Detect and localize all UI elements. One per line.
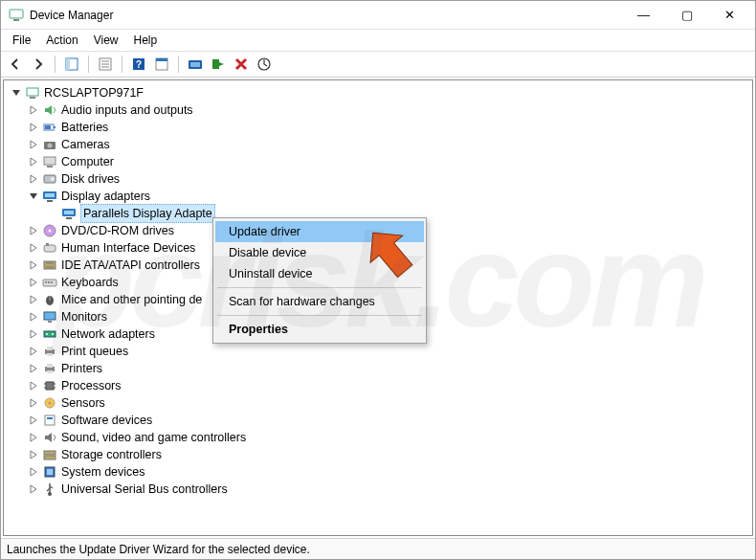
tree-item-label: Network adapters <box>61 325 155 343</box>
svg-rect-67 <box>44 456 56 459</box>
expand-icon[interactable] <box>27 362 40 375</box>
expand-icon[interactable] <box>27 103 40 117</box>
svg-text:?: ? <box>136 59 142 70</box>
expand-icon[interactable] <box>27 482 40 496</box>
computer-icon <box>42 154 57 169</box>
tree-item[interactable]: Computer <box>8 153 748 170</box>
tree-item-label: Sound, video and game controllers <box>61 429 246 446</box>
tree-item-label: Computer <box>61 153 114 170</box>
tree-item-label: Cameras <box>61 136 110 153</box>
tree-item-label: RCSLAPTOP971F <box>44 84 144 101</box>
context-menu-item[interactable]: Scan for hardware changes <box>215 291 424 312</box>
update-driver-button[interactable] <box>185 54 206 75</box>
show-hide-tree-button[interactable] <box>61 54 82 75</box>
expand-icon[interactable] <box>27 155 40 168</box>
expand-icon[interactable] <box>27 396 40 410</box>
tree-item[interactable]: Cameras <box>8 136 748 153</box>
help-button[interactable]: ? <box>128 54 149 75</box>
tree-item[interactable]: System devices <box>8 463 748 481</box>
context-menu-item[interactable]: Properties <box>215 319 424 340</box>
toolbar-separator <box>55 56 56 73</box>
statusbar: Launches the Update Driver Wizard for th… <box>1 538 755 559</box>
tree-item[interactable]: Print queues <box>8 343 748 360</box>
menu-action[interactable]: Action <box>38 32 85 49</box>
back-button[interactable] <box>5 54 26 75</box>
camera-icon <box>42 137 57 152</box>
svg-rect-47 <box>48 321 52 323</box>
storage-icon <box>42 447 57 462</box>
expand-icon[interactable] <box>27 448 40 461</box>
tree-item[interactable]: Storage controllers <box>8 446 748 463</box>
collapse-icon[interactable] <box>10 86 23 100</box>
expand-icon[interactable] <box>27 414 40 427</box>
audio-icon <box>42 102 57 118</box>
expand-icon[interactable] <box>27 224 40 237</box>
menu-help[interactable]: Help <box>126 32 166 49</box>
tree-item[interactable]: Disk drives <box>8 170 748 188</box>
svg-point-26 <box>51 177 55 181</box>
tree-item-label: DVD/CD-ROM drives <box>61 222 174 239</box>
status-text: Launches the Update Driver Wizard for th… <box>7 543 310 556</box>
context-menu-item[interactable]: Uninstall device <box>215 263 424 284</box>
tree-item-label: Universal Serial Bus controllers <box>61 481 228 498</box>
svg-rect-3 <box>66 58 70 70</box>
tree-item[interactable]: Universal Serial Bus controllers <box>8 481 748 498</box>
svg-rect-57 <box>46 382 54 390</box>
svg-rect-16 <box>27 88 38 96</box>
display-icon <box>42 189 57 204</box>
context-menu-item[interactable]: Disable device <box>215 242 424 263</box>
svg-rect-13 <box>190 62 200 67</box>
tree-item[interactable]: Display adapters <box>8 188 748 205</box>
expand-icon[interactable] <box>27 276 40 289</box>
tree-item[interactable]: Audio inputs and outputs <box>8 101 748 119</box>
collapse-icon[interactable] <box>27 190 40 203</box>
menu-file[interactable]: File <box>5 32 38 49</box>
menu-view[interactable]: View <box>86 32 126 49</box>
tree-item[interactable]: RCSLAPTOP971F <box>8 84 748 101</box>
svg-rect-65 <box>47 417 53 419</box>
svg-rect-66 <box>44 451 56 455</box>
expand-icon[interactable] <box>27 345 40 358</box>
tree-item[interactable]: Batteries <box>8 119 748 136</box>
tree-item[interactable]: Sensors <box>8 394 748 412</box>
tree-item[interactable]: Printers <box>8 360 748 377</box>
svg-rect-64 <box>45 415 55 425</box>
svg-rect-29 <box>47 200 53 202</box>
tree-item-label: Display adapters <box>61 188 150 205</box>
expand-icon[interactable] <box>27 379 40 392</box>
sensor-icon <box>42 395 57 411</box>
expand-icon[interactable] <box>27 258 40 272</box>
expand-icon[interactable] <box>27 310 40 324</box>
close-button[interactable]: ✕ <box>708 2 751 29</box>
minimize-button[interactable]: — <box>622 2 665 29</box>
cpu-icon <box>42 378 57 393</box>
expand-icon[interactable] <box>27 241 40 255</box>
tree-item-label: Print queues <box>61 343 128 360</box>
forward-button[interactable] <box>28 54 49 75</box>
expand-icon[interactable] <box>27 327 40 341</box>
expand-icon[interactable] <box>27 172 40 186</box>
disk-icon <box>42 171 57 187</box>
context-menu-item[interactable]: Update driver <box>215 221 424 242</box>
tree-item[interactable]: Sound, video and game controllers <box>8 429 748 446</box>
expand-icon[interactable] <box>27 121 40 134</box>
svg-rect-32 <box>66 217 72 219</box>
tree-item[interactable]: Processors <box>8 377 748 394</box>
enable-button[interactable] <box>208 54 229 75</box>
svg-rect-48 <box>44 331 56 337</box>
tree-item-label: Audio inputs and outputs <box>61 101 193 119</box>
properties-button[interactable] <box>95 54 116 75</box>
expand-icon[interactable] <box>27 431 40 444</box>
expand-icon[interactable] <box>27 465 40 479</box>
svg-rect-1 <box>13 19 19 21</box>
maximize-button[interactable]: ▢ <box>665 2 708 29</box>
tree-item-label: Human Interface Devices <box>61 239 195 257</box>
scan-hardware-button[interactable] <box>254 54 275 75</box>
tree-item[interactable]: Software devices <box>8 412 748 429</box>
svg-rect-55 <box>47 364 53 368</box>
expand-icon[interactable] <box>27 293 40 306</box>
app-icon <box>9 8 24 23</box>
expand-icon[interactable] <box>27 138 40 151</box>
uninstall-button[interactable] <box>231 54 252 75</box>
action-button[interactable] <box>151 54 172 75</box>
